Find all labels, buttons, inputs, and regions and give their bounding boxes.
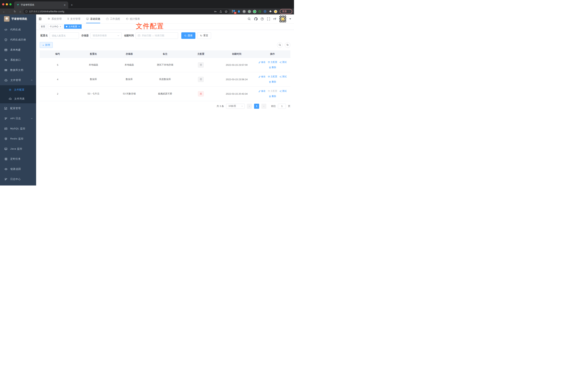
user-avatar[interactable] [279, 16, 286, 22]
minimize-window-button[interactable] [6, 3, 8, 5]
edit-link[interactable]: 修改 [258, 90, 266, 93]
sidebar-item-log-center[interactable]: 日志中心 [0, 174, 36, 184]
address-bar[interactable]: i 127.0.0.1:1024/infra/file/file-config [23, 9, 229, 14]
sidebar-item-file-mgmt[interactable]: 文件管理 [0, 75, 36, 85]
config-name-input[interactable] [50, 32, 79, 39]
tag-profile[interactable]: 个人中心✕ [48, 24, 63, 29]
sidebar-item-java-monitor[interactable]: Java 监控 [0, 144, 36, 154]
test-link[interactable]: 测试 [279, 75, 287, 78]
layers-icon [4, 137, 7, 140]
site-info-icon[interactable]: i [25, 10, 28, 13]
delete-link[interactable]: 删除 [269, 80, 276, 84]
edit-link[interactable]: 修改 [258, 75, 266, 78]
sliders-icon [4, 59, 7, 62]
chrome-menu-icon[interactable]: ⋮ [288, 10, 290, 13]
sidebar-item-scheduled-jobs[interactable]: 定时任务 [0, 154, 36, 164]
github-icon[interactable] [254, 17, 258, 21]
ext-kami-icon[interactable]: 11 [232, 10, 235, 13]
test-link[interactable]: 测试 [279, 90, 287, 93]
sidebar-item-file-config[interactable]: 文件配置 [0, 85, 36, 94]
share-nodes-icon [279, 61, 282, 64]
url-text[interactable]: 127.0.0.1:1024/infra/file/file-config [29, 10, 212, 13]
bookmark-star-icon[interactable] [225, 10, 228, 13]
show-search-button[interactable] [277, 42, 283, 48]
tag-home[interactable]: 首页 [39, 24, 47, 29]
date-range-picker[interactable]: 开始日期 - 结束日期 [136, 32, 178, 39]
fullscreen-icon[interactable] [267, 17, 270, 21]
collapse-sidebar-icon[interactable] [39, 17, 42, 21]
master-link[interactable]: 主配置 [268, 61, 277, 64]
refresh-table-button[interactable]: ↻ [285, 42, 290, 48]
ext-emoji-icon[interactable] [274, 10, 277, 13]
delete-link[interactable]: 删除 [269, 95, 276, 98]
ext-y-icon[interactable]: Y [253, 10, 256, 13]
window-controls[interactable] [0, 0, 14, 9]
help-icon[interactable] [261, 17, 264, 21]
tag-close-icon[interactable]: ✕ [60, 25, 61, 28]
master-tag: 否 [198, 62, 204, 68]
maximize-window-button[interactable] [9, 3, 11, 5]
nav-workflow[interactable]: 工作流程 [104, 14, 122, 23]
delete-link[interactable]: 删除 [269, 66, 276, 69]
calendar-icon [138, 34, 140, 37]
nav-payment-mgmt[interactable]: ¥ 支付管理 [65, 14, 83, 23]
forward-icon[interactable]: → [7, 10, 11, 13]
tab-close-icon[interactable]: ✕ [63, 4, 66, 7]
nav-infrastructure[interactable]: 基础设施 [84, 14, 102, 23]
nav-system-mgmt[interactable]: 系统管理 [45, 14, 64, 23]
ext-puzzle-icon[interactable] [269, 10, 272, 13]
sidebar-item-config-mgmt[interactable]: 配置管理 [0, 103, 36, 113]
search-icon[interactable] [248, 17, 251, 21]
close-window-button[interactable] [2, 3, 4, 5]
sidebar-item-redis-monitor[interactable]: Redis 监控 [0, 134, 36, 144]
chrome-update-button[interactable]: 更新 ⋮ [280, 9, 292, 14]
tag-file-config[interactable]: 文件配置✕ [64, 24, 82, 29]
prev-page-button[interactable]: ‹ [247, 104, 252, 109]
file-config-table: 编号 配置名 存储器 备注 主配置 创建时间 操作 5 本地磁盘 [40, 50, 290, 101]
password-key-icon[interactable] [214, 10, 217, 13]
sidebar-item-code-gen[interactable]: 代码生成 [0, 25, 36, 35]
sidebar-item-tracing[interactable]: 链路追踪 [0, 164, 36, 174]
edit-link[interactable]: 修改 [258, 61, 266, 64]
trash-icon [269, 66, 271, 69]
goto-unit: 页 [288, 105, 290, 108]
page-size-select[interactable]: 10条/页 [226, 104, 245, 109]
search-button[interactable]: 搜索 [181, 32, 195, 39]
font-size-icon[interactable]: ᴛT [273, 17, 276, 21]
sidebar-item-file-list[interactable]: 文件列表 [0, 94, 36, 103]
back-icon[interactable]: ← [2, 10, 6, 13]
ext-star-icon[interactable] [258, 10, 262, 13]
app-logo[interactable]: 芋道管理系统 [0, 14, 36, 23]
chevron-down-icon [31, 117, 33, 120]
col-remark: 备注 [147, 50, 183, 58]
sidebar-item-form-builder[interactable]: 表单构建 [0, 45, 36, 55]
next-page-button[interactable]: › [261, 104, 266, 109]
add-button[interactable]: + 新增 [40, 42, 53, 48]
storage-select[interactable]: 请选择存储器 [91, 32, 122, 39]
trash-icon [269, 81, 271, 83]
new-tab-button[interactable]: + [68, 3, 75, 9]
cloud-upload-icon [9, 97, 12, 100]
home-icon[interactable]: ⌂ [18, 10, 22, 13]
browser-tab[interactable]: 芋道管理系统 ✕ [14, 1, 68, 9]
sidebar-item-mysql-monitor[interactable]: MySQL 监控 [0, 124, 36, 134]
share-icon[interactable] [220, 10, 222, 13]
ext-dot-icon[interactable] [248, 10, 251, 13]
ext-command-icon[interactable]: ⌘ [242, 10, 246, 13]
sidebar-item-api-log[interactable]: API 日志 [0, 113, 36, 124]
ext-pin-icon[interactable] [237, 10, 241, 13]
ext-eye-icon[interactable] [263, 10, 267, 13]
reload-icon[interactable]: ↻ [13, 10, 17, 13]
goto-page-input[interactable] [278, 104, 286, 109]
master-link[interactable]: 主配置 [268, 75, 277, 78]
table-row: 5 本地磁盘 本地磁盘 测试下本地存储 否 2022-03-15 23:57:0… [40, 58, 290, 72]
sidebar-item-code-demo[interactable]: 代码生成示例 [0, 35, 36, 45]
reset-button[interactable]: ↻ 重置 [197, 32, 211, 39]
avatar-caret-icon[interactable] [289, 18, 291, 20]
sidebar-item-system-api[interactable]: 系统接口 [0, 55, 36, 65]
tag-close-icon[interactable]: ✕ [78, 25, 80, 28]
nav-reports[interactable]: 统计报表 [124, 14, 142, 23]
test-link[interactable]: 测试 [279, 61, 287, 64]
sidebar-item-db-doc[interactable]: 数据库文档 [0, 65, 36, 75]
page-1-button[interactable]: 1 [254, 104, 259, 109]
